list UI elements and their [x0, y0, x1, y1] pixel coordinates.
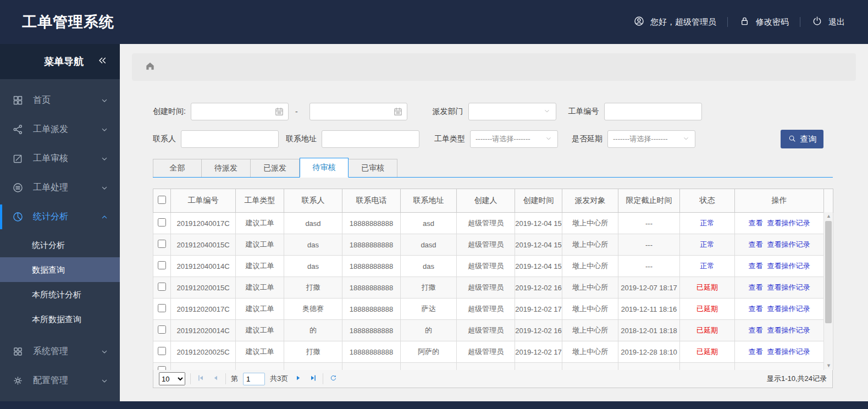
prev-page-button[interactable] [211, 374, 220, 384]
user-greeting-label: 您好，超级管理员 [650, 17, 716, 27]
next-page-icon [294, 374, 302, 384]
scroll-up-icon[interactable]: ▲ [824, 212, 833, 220]
sidebar-item-process[interactable]: 工单处理 [0, 173, 120, 202]
view-log-link[interactable]: 查看操作记录 [767, 219, 810, 227]
collapse-sidebar-icon[interactable] [97, 55, 108, 69]
scrollbar-thumb[interactable] [825, 221, 832, 323]
sidebar-subitem-stats-analysis[interactable]: 统计分析 [0, 233, 120, 257]
column-header: 状态 [680, 189, 735, 213]
change-password-label: 修改密码 [756, 17, 789, 27]
view-link[interactable]: 查看 [749, 326, 763, 334]
next-page-button[interactable] [293, 374, 303, 384]
sidebar-item-dispatch[interactable]: 工单派发 [0, 115, 120, 144]
select-all-checkbox[interactable] [158, 196, 166, 204]
row-checkbox[interactable] [158, 304, 166, 312]
sidebar-item-config[interactable]: 配置管理 [0, 366, 120, 395]
tab-reviewed[interactable]: 已审核 [349, 159, 397, 177]
row-checkbox[interactable] [158, 325, 166, 334]
view-log-link[interactable]: 查看操作记录 [767, 305, 810, 313]
view-link[interactable]: 查看 [749, 305, 763, 313]
view-log-link[interactable]: 查看操作记录 [767, 347, 810, 356]
table-panel: 工单编号工单类型联系人联系电话联系地址创建人创建时间派发对象限定截止时间状态操作… [153, 189, 833, 388]
table-cell: 201912020017C [171, 299, 236, 320]
column-header: 联系地址 [401, 189, 457, 213]
change-password-link[interactable]: 修改密码 [739, 15, 789, 29]
table-cell: --- [618, 213, 680, 234]
row-checkbox[interactable] [158, 366, 166, 370]
gear-icon [12, 375, 24, 386]
scroll-down-icon[interactable]: ▼ [824, 362, 833, 369]
tab-pending-review[interactable]: 待审核 [300, 158, 349, 178]
row-checkbox[interactable] [158, 283, 166, 291]
sidebar-subitem-branch-query[interactable]: 本所数据查询 [0, 307, 120, 331]
search-button[interactable]: 查询 [781, 130, 823, 148]
sidebar-item-review[interactable]: 工单审核 [0, 144, 120, 173]
view-link[interactable]: 查看 [749, 347, 763, 356]
sidebar-subitem-data-query[interactable]: 数据查询 [0, 257, 120, 282]
calendar-icon[interactable] [392, 106, 403, 117]
row-checkbox[interactable] [158, 347, 166, 355]
address-label: 联系地址 [286, 134, 317, 144]
table-row: 201912020017C建议工单奥德赛18888888888萨达超级管理员20… [153, 299, 833, 320]
chevron-down-icon [100, 125, 109, 134]
view-link[interactable]: 查看 [749, 219, 763, 227]
order-no-input[interactable] [604, 103, 702, 120]
sidebar-item-home[interactable]: 首页 [0, 86, 120, 115]
row-checkbox[interactable] [158, 261, 166, 269]
table-cell: 2019-12-02 17 [515, 341, 562, 363]
refresh-button[interactable] [328, 374, 338, 384]
contact-input[interactable] [181, 130, 279, 148]
tab-pending-dispatch[interactable]: 待派发 [202, 159, 251, 177]
tab-dispatched[interactable]: 已派发 [251, 159, 300, 177]
first-page-icon [197, 374, 205, 384]
edit-icon [12, 153, 24, 164]
status-badge: 正常 [700, 219, 715, 227]
home-icon[interactable] [145, 60, 156, 74]
view-log-link[interactable]: 查看操作记录 [767, 262, 810, 270]
power-icon [811, 15, 823, 29]
delay-label: 是否延期 [572, 134, 602, 144]
view-log-link[interactable]: 查看操作记录 [767, 326, 810, 334]
status-badge: 已延期 [696, 305, 718, 313]
last-page-button[interactable] [308, 374, 318, 384]
view-log-link[interactable]: 查看操作记录 [767, 240, 810, 248]
view-log-link[interactable]: 查看操作记录 [767, 283, 810, 291]
row-checkbox-cell [153, 363, 171, 371]
table-cell: 墩上中心所 [562, 213, 618, 234]
current-page-input[interactable] [243, 373, 265, 385]
actions-cell: 查看查看操作记录 [735, 234, 824, 256]
table-cell: 打撒 [284, 341, 342, 363]
delay-select[interactable]: -------请选择------- [607, 130, 695, 148]
page-size-select[interactable]: 10 [159, 372, 185, 385]
sidebar-item-system[interactable]: 系统管理 [0, 337, 120, 366]
view-link[interactable]: 查看 [749, 283, 763, 291]
table-cell: 2019-12-02 17 [515, 299, 562, 320]
logout-label: 退出 [828, 17, 845, 27]
sidebar-item-label: 系统管理 [33, 346, 68, 357]
status-badge: 已延期 [696, 283, 718, 291]
table-cell [342, 363, 401, 371]
view-link[interactable]: 查看 [749, 262, 763, 270]
view-link[interactable]: 查看 [749, 240, 763, 248]
column-header: 工单编号 [171, 189, 236, 213]
table-scrollbar[interactable]: ▲ ▼ [823, 212, 833, 369]
sidebar-item-label: 配置管理 [33, 375, 68, 386]
tab-all[interactable]: 全部 [153, 159, 202, 177]
table-cell: 萨达 [401, 299, 457, 320]
table-cell: 201912020025C [171, 341, 236, 363]
row-checkbox[interactable] [158, 218, 166, 226]
status-badge: 正常 [700, 262, 715, 270]
sidebar-item-stats[interactable]: 统计分析 [0, 202, 120, 231]
row-checkbox[interactable] [158, 240, 166, 248]
dispatch-dept-select[interactable] [468, 103, 556, 120]
address-input[interactable] [322, 130, 419, 148]
sidebar-subitem-branch-stats[interactable]: 本所统计分析 [0, 282, 120, 307]
column-header: 操作 [735, 189, 824, 213]
first-page-button[interactable] [196, 374, 206, 384]
order-type-select[interactable]: -------请选择------- [470, 130, 558, 148]
logout-link[interactable]: 退出 [811, 15, 845, 29]
table-cell: 201912020014C [171, 320, 236, 341]
calendar-icon[interactable] [274, 106, 285, 117]
chevron-down-icon [100, 154, 109, 163]
select-all-header [153, 189, 171, 213]
